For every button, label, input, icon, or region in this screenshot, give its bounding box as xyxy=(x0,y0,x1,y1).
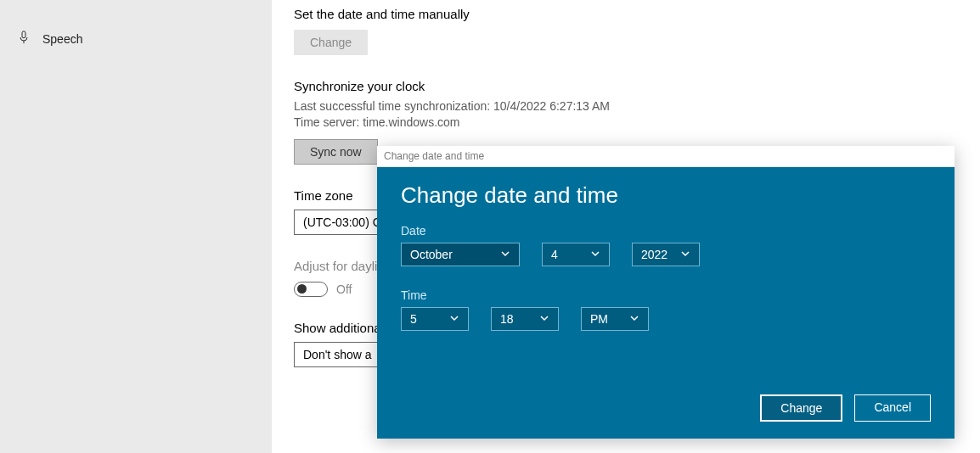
settings-sidebar: Speech xyxy=(0,0,272,453)
sync-last-text: Last successful time synchronization: 10… xyxy=(294,98,980,115)
timezone-value: (UTC-03:00) C xyxy=(303,215,381,229)
month-dropdown[interactable]: October xyxy=(401,243,520,266)
chevron-down-icon xyxy=(539,312,549,326)
dialog-change-button[interactable]: Change xyxy=(760,394,842,422)
additional-clocks-select[interactable]: Don't show a xyxy=(294,342,381,367)
year-dropdown[interactable]: 2022 xyxy=(632,243,700,266)
manual-date-title: Set the date and time manually xyxy=(294,7,980,21)
date-row: October 4 2022 xyxy=(401,243,931,266)
year-value: 2022 xyxy=(641,248,667,261)
time-label: Time xyxy=(401,288,931,302)
chevron-down-icon xyxy=(629,312,639,326)
chevron-down-icon xyxy=(590,248,600,261)
hour-dropdown[interactable]: 5 xyxy=(401,307,469,331)
svg-rect-0 xyxy=(22,31,25,38)
month-value: October xyxy=(410,248,453,261)
chevron-down-icon xyxy=(449,312,459,326)
mic-icon xyxy=(17,31,31,47)
dialog-cancel-button[interactable]: Cancel xyxy=(854,394,931,422)
date-label: Date xyxy=(401,224,931,238)
dialog-heading: Change date and time xyxy=(401,182,931,209)
dst-toggle[interactable] xyxy=(294,282,328,297)
dialog-body: Change date and time Date October 4 2022… xyxy=(377,167,955,439)
change-date-button: Change xyxy=(294,30,368,55)
additional-clocks-value: Don't show a xyxy=(303,348,372,361)
change-date-time-dialog: Change date and time Change date and tim… xyxy=(377,146,955,439)
day-dropdown[interactable]: 4 xyxy=(542,243,610,266)
minute-dropdown[interactable]: 18 xyxy=(491,307,559,331)
sync-server-text: Time server: time.windows.com xyxy=(294,115,980,131)
settings-window: Speech Set the date and time manually Ch… xyxy=(0,0,980,453)
minute-value: 18 xyxy=(500,312,514,326)
ampm-dropdown[interactable]: PM xyxy=(581,307,649,331)
timezone-select[interactable]: (UTC-03:00) C xyxy=(294,210,391,235)
sidebar-item-speech[interactable]: Speech xyxy=(0,24,272,53)
sync-clock-title: Synchronize your clock xyxy=(294,79,980,93)
day-value: 4 xyxy=(551,248,558,261)
hour-value: 5 xyxy=(410,312,417,326)
dialog-window-title: Change date and time xyxy=(377,146,955,167)
time-row: 5 18 PM xyxy=(401,307,931,331)
dialog-footer: Change Cancel xyxy=(401,394,931,422)
sidebar-item-label: Speech xyxy=(42,32,82,46)
chevron-down-icon xyxy=(500,248,510,261)
toggle-knob xyxy=(297,284,307,294)
dst-state: Off xyxy=(336,282,352,296)
ampm-value: PM xyxy=(590,312,608,326)
chevron-down-icon xyxy=(680,248,690,261)
sync-now-button[interactable]: Sync now xyxy=(294,139,378,165)
